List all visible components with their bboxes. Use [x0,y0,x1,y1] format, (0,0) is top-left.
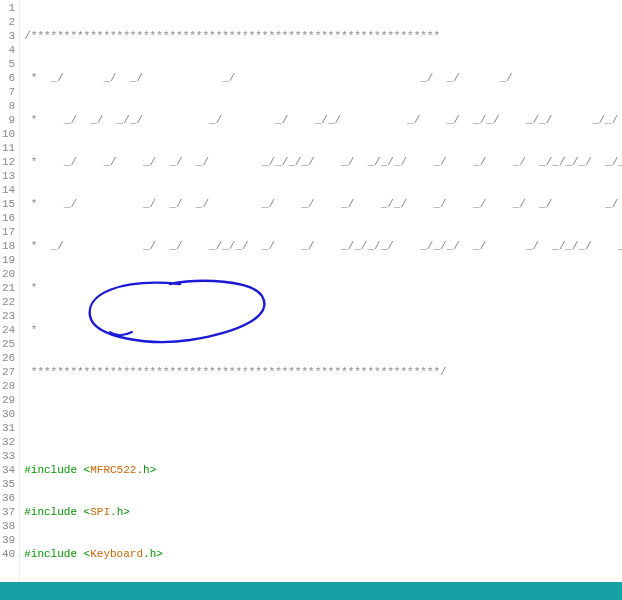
code-editor: 12345678910 11121314151617181920 2122232… [0,0,622,582]
ascii-line: * [24,324,37,336]
status-bar [0,582,622,600]
include-kw: #include < [24,464,90,476]
line-gutter: 12345678910 11121314151617181920 2122232… [0,0,20,582]
include-kw: #include < [24,548,90,560]
include-kw: #include < [24,506,90,518]
ascii-line: * _/ _/ _/ _/ _/ _/_/_/_/ _/ _/_/_/ _/ _… [24,156,622,168]
include-lib: Keyboard [90,548,143,560]
ascii-line: * _/ _/ _/ _/ _/ _/ _/ _/_/ _/ _/ _/ _/ … [24,198,622,210]
hand-annotation-circle [80,248,280,379]
ascii-line: ****************************************… [24,366,446,378]
ascii-line: * _/ _/ _/ _/ _/ _/ _/ _/ [24,72,622,84]
ascii-line: /***************************************… [24,30,440,42]
ascii-line: * _/ _/ _/ _/_/_/ _/ _/ _/_/_/_/ _/_/_/ … [24,240,622,252]
code-area[interactable]: /***************************************… [20,0,622,582]
ascii-line: * [24,282,37,294]
include-lib: MFRC522 [90,464,136,476]
include-lib: SPI [90,506,110,518]
ascii-line: * _/ _/ _/_/ _/ _/ _/_/ _/ _/ _/_/ _/_/ … [24,114,622,126]
